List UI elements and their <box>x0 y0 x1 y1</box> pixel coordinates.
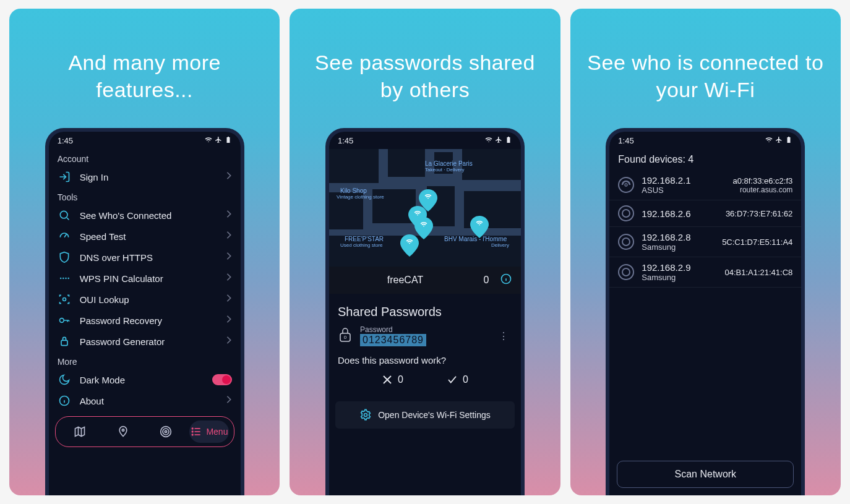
tool-password-generator[interactable]: Password Generator <box>49 331 241 352</box>
scan-network-button[interactable]: Scan Network <box>617 461 794 488</box>
tool-speed-test[interactable]: Speed Test <box>49 226 241 247</box>
svg-point-13 <box>192 429 194 430</box>
tool-dns-https[interactable]: DNS over HTTPS <box>49 247 241 268</box>
vote-no-button[interactable]: 0 <box>382 374 403 385</box>
device-row[interactable]: 192.168.2.9 Samsung 04:B1:A1:21:41:C8 <box>609 257 801 288</box>
status-bar: 1:45 <box>49 132 241 149</box>
vote-row: 0 0 <box>329 369 521 396</box>
device-name: Samsung <box>642 273 713 282</box>
device-ip: 192.168.2.8 <box>642 232 713 242</box>
about-item[interactable]: About <box>49 390 241 411</box>
device-mac: a0:8f:33:e6:c2:f3 <box>721 176 792 186</box>
section-tools: Tools <box>49 187 241 205</box>
device-mac: 36:D7:73:E7:61:62 <box>721 209 792 218</box>
search-icon <box>58 209 71 221</box>
battery-icon <box>785 136 792 145</box>
tool-label: Password Recovery <box>80 315 217 326</box>
svg-point-15 <box>192 435 194 436</box>
key-icon <box>58 314 71 327</box>
sign-in-label: Sign In <box>80 172 217 182</box>
eye-scan-icon <box>58 293 71 305</box>
vote-yes-count: 0 <box>463 374 468 385</box>
vote-yes-button[interactable]: 0 <box>447 374 468 385</box>
map-poi-label: FREE'P'STAR <box>345 236 384 242</box>
tool-wps-pin[interactable]: WPS PIN Calculator <box>49 268 241 289</box>
wifi-icon <box>485 136 492 145</box>
network-name: freeCAT <box>338 275 473 286</box>
phone-screen: 1:45 La Glacerie Paris Takeo <box>329 132 521 495</box>
dark-mode-item[interactable]: Dark Mode <box>49 369 241 390</box>
tab-map[interactable] <box>61 421 100 443</box>
tool-label: DNS over HTTPS <box>80 252 217 263</box>
status-bar: 1:45 <box>329 132 521 149</box>
device-row[interactable]: 192.168.2.1 ASUS a0:8f:33:e6:c2:f3 route… <box>609 170 801 200</box>
svg-point-4 <box>67 278 69 280</box>
device-host: router.asus.com <box>721 186 792 194</box>
dark-mode-label: Dark Mode <box>80 375 204 385</box>
tool-oui-lookup[interactable]: OUI Lookup <box>49 289 241 310</box>
tab-menu[interactable]: Menu <box>189 421 229 443</box>
sign-in-item[interactable]: Sign In <box>49 166 241 187</box>
svg-point-19 <box>364 414 367 417</box>
tab-pin[interactable] <box>103 421 143 443</box>
panel-passwords: See passwords shared by others 1:45 <box>290 9 560 495</box>
device-ip: 192.168.2.6 <box>642 208 713 219</box>
svg-point-3 <box>65 278 67 280</box>
map-poi-sublabel: Vintage clothing store <box>337 194 384 200</box>
status-time: 1:45 <box>58 136 73 145</box>
panel-features: And many more features... 1:45 Account S… <box>9 9 280 495</box>
battery-icon <box>225 136 232 145</box>
svg-text:0: 0 <box>344 335 347 340</box>
map-poi-sublabel: Used clothing store <box>340 242 382 248</box>
open-wifi-settings-button[interactable]: Open Device's Wi-Fi Settings <box>335 401 515 429</box>
more-menu-icon[interactable]: ⋮ <box>495 328 512 344</box>
map-view[interactable]: La Glacerie Paris Takeout · Delivery Kil… <box>329 149 521 267</box>
tool-label: OUI Lookup <box>80 294 217 305</box>
tool-label: WPS PIN Calculator <box>80 273 217 284</box>
status-icons <box>205 136 232 145</box>
device-row[interactable]: 192.168.2.6 36:D7:73:E7:61:62 <box>609 200 801 227</box>
password-value[interactable]: 0123456789 <box>360 334 426 346</box>
sign-in-icon <box>58 171 71 183</box>
airplane-icon <box>215 136 222 145</box>
phone-frame: 1:45 La Glacerie Paris Takeo <box>325 128 525 495</box>
phone-screen: 1:45 Found devices: 4 192.168.2.1 ASUS a… <box>609 132 801 495</box>
svg-point-10 <box>165 431 167 433</box>
info-icon <box>58 395 71 407</box>
shared-passwords-title: Shared Passwords <box>329 294 521 323</box>
device-ip: 192.168.2.9 <box>642 262 713 273</box>
map-poi-label: Kilo Shop <box>340 187 367 194</box>
wifi-icon <box>205 136 212 145</box>
chevron-icon <box>226 336 232 347</box>
device-icon <box>618 264 634 280</box>
device-ip: 192.168.2.1 <box>642 175 713 186</box>
info-icon[interactable] <box>500 273 512 288</box>
svg-point-20 <box>625 184 627 186</box>
status-time: 1:45 <box>618 136 633 145</box>
device-name: ASUS <box>642 186 713 195</box>
tool-whos-connected[interactable]: See Who's Connected <box>49 205 241 226</box>
tab-radar[interactable] <box>147 421 186 443</box>
phone-frame: 1:45 Found devices: 4 192.168.2.1 ASUS a… <box>606 128 805 495</box>
status-icons <box>485 136 512 145</box>
phone-screen: 1:45 Account Sign In Tools See Who's Con… <box>49 132 241 495</box>
wifi-pin[interactable] <box>400 234 419 257</box>
chevron-icon <box>226 395 232 406</box>
wifi-icon <box>765 136 773 145</box>
tab-menu-label: Menu <box>206 427 228 437</box>
svg-point-11 <box>163 429 169 435</box>
tool-label: Password Generator <box>80 336 217 347</box>
status-icons <box>765 136 792 145</box>
chevron-icon <box>226 252 232 263</box>
dark-mode-toggle[interactable] <box>212 374 232 385</box>
wifi-pin[interactable] <box>470 216 489 238</box>
device-name: Samsung <box>642 242 713 252</box>
device-row[interactable]: 192.168.2.8 Samsung 5C:C1:D7:E5:11:A4 <box>609 227 801 257</box>
status-time: 1:45 <box>338 136 353 145</box>
tool-password-recovery[interactable]: Password Recovery <box>49 310 241 331</box>
lock-icon: 0 <box>338 326 353 346</box>
about-label: About <box>80 396 217 406</box>
chevron-icon <box>226 315 232 326</box>
shield-icon <box>58 251 71 263</box>
svg-point-9 <box>122 429 124 431</box>
